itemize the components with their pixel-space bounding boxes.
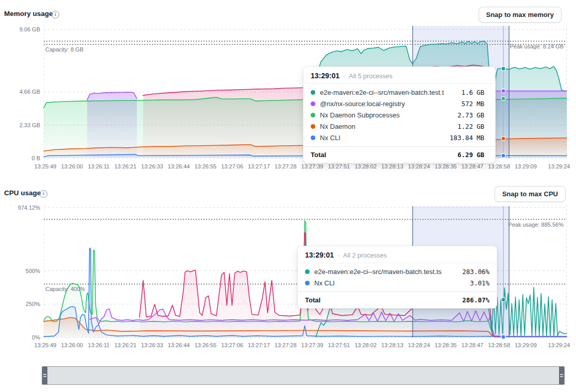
series-color-dot: [311, 124, 315, 129]
x-axis-tick-label: 13:27:06: [221, 342, 243, 348]
x-axis-tick-label: 13:26:00: [61, 342, 83, 348]
tooltip-row: Nx CLI183.84MB: [311, 132, 488, 143]
x-axis-tick-label: 13:27:28: [275, 342, 297, 348]
tooltip-header: 13:29:01 · All 5 processes: [303, 67, 495, 84]
y-axis-tick-label: 250%: [0, 301, 40, 307]
series-value: 2.73: [444, 111, 473, 119]
series-color-dot: [311, 135, 315, 140]
tooltip-row: Nx CLI3.01%: [305, 277, 489, 288]
tooltip-subtitle: All 2 processes: [343, 252, 387, 259]
cpu-info-icon[interactable]: i: [40, 190, 47, 198]
cpu-usage-title: CPU usage: [4, 189, 41, 197]
tooltip-total-unit: GB: [477, 151, 488, 159]
series-color-dot: [311, 113, 315, 117]
tooltip-rows: e2e-maven:e2e-ci--src/maven-batch.test.t…: [298, 263, 497, 292]
tooltip-subtitle: All 5 processes: [349, 73, 393, 80]
y-axis-tick-label: 0%: [0, 334, 40, 340]
x-axis-tick-label: 13:27:51: [328, 163, 350, 169]
x-axis-tick-label: 13:28:13: [381, 342, 403, 348]
x-axis-tick-label: 13:27:28: [275, 163, 297, 169]
x-axis-tick-label: 13:28:47: [461, 342, 483, 348]
series-unit: GB: [477, 89, 488, 96]
series-color-dot: [305, 281, 310, 285]
brush-grip-icon: [560, 374, 563, 375]
snap-to-max-memory-button[interactable]: Snap to max memory: [479, 7, 562, 23]
series-value: 3.01: [456, 279, 485, 287]
series-unit: MB: [477, 134, 488, 142]
x-axis-tick-label: 13:27:39: [301, 163, 324, 169]
x-axis-tick-label: 13:29:24: [548, 342, 570, 348]
brush-grip-icon: [43, 374, 46, 375]
tooltip-row: e2e-maven:e2e-ci--src/maven-batch.test.t…: [305, 266, 489, 277]
crosshair-point: [501, 89, 505, 93]
series-value: 1.22: [444, 123, 473, 130]
tooltip-total-unit: %: [485, 296, 489, 304]
x-axis-tick-label: 13:28:02: [354, 163, 377, 169]
x-axis-tick-label: 13:26:33: [141, 342, 163, 348]
tooltip-header: 13:29:01 · All 2 processes: [298, 246, 497, 263]
x-axis-tick-label: 13:26:44: [168, 342, 190, 348]
brush-handle-right[interactable]: [559, 367, 564, 384]
capacity-label: Capacity: 400%: [45, 286, 85, 292]
tooltip-row: Nx Daemon1.22GB: [311, 121, 488, 132]
tooltip-row: e2e-maven:e2e-ci--src/maven-batch.test.t…: [311, 87, 488, 98]
memory-usage-title: Memory usage: [4, 10, 53, 18]
x-axis-tick-label: 13:25:49: [35, 342, 57, 348]
x-axis-tick-label: 13:27:39: [301, 342, 324, 348]
series-unit: GB: [477, 111, 488, 119]
x-axis-tick-label: 13:27:06: [221, 163, 243, 169]
crosshair-point: [501, 335, 505, 339]
x-axis-tick-label: 13:28:02: [354, 342, 377, 348]
series-value: 283.06: [456, 268, 485, 276]
x-axis-tick-label: 13:27:51: [328, 342, 350, 348]
series-unit: %: [485, 268, 489, 276]
series-name: Nx Daemon: [320, 123, 444, 130]
crosshair-point: [501, 154, 505, 158]
series-value: 572: [444, 100, 473, 108]
x-axis-tick-label: 13:25:49: [35, 163, 57, 169]
crosshair-point: [501, 137, 505, 141]
x-axis-tick-label: 13:26:44: [168, 163, 190, 169]
x-axis-tick-label: 13:28:58: [488, 163, 510, 169]
x-axis-tick-label: 13:28:35: [435, 163, 457, 169]
x-axis-tick-label: 13:28:58: [488, 342, 510, 348]
tooltip-total-label: Total: [311, 151, 444, 159]
series-name: Nx Daemon Subprocesses: [320, 111, 444, 119]
tooltip-separator: ·: [343, 73, 345, 80]
tooltip-total-label: Total: [305, 296, 456, 304]
resource-usage-page: Memory usage i Snap to max memory 13:29:…: [0, 0, 576, 392]
tooltip-total-row: Total 286.07 %: [298, 292, 497, 308]
series-name: @nx/nx-source:local-registry: [320, 100, 444, 108]
y-axis-tick-label: 2.33 GB: [0, 122, 40, 128]
brush-handle-left[interactable]: [42, 367, 47, 384]
memory-info-icon[interactable]: i: [52, 11, 59, 19]
x-axis-tick-label: 13:26:21: [114, 163, 137, 169]
x-axis-tick-label: 13:26:11: [88, 163, 110, 169]
capacity-label: Capacity: 8 GB: [45, 46, 83, 53]
peak-usage-label: Peak usage: 8.24 GB: [510, 43, 564, 49]
peak-usage-label: Peak usage: 885.56%: [508, 221, 564, 228]
snap-to-max-cpu-button[interactable]: Snap to max CPU: [495, 186, 566, 202]
tooltip-total-row: Total 6.29 GB: [303, 146, 495, 163]
time-range-brush[interactable]: [42, 366, 565, 385]
x-axis-tick-label: 13:28:13: [381, 163, 403, 169]
series-unit: %: [485, 279, 489, 287]
series-name: Nx CLI: [320, 134, 444, 142]
x-axis-tick-label: 13:26:11: [88, 342, 110, 348]
tooltip-separator: ·: [337, 252, 340, 259]
y-axis-tick-label: 4.66 GB: [0, 89, 40, 95]
tooltip-time: 13:29:01: [305, 251, 334, 259]
x-axis-tick-label: 13:28:24: [408, 342, 430, 348]
x-axis-tick-label: 13:29:24: [548, 163, 570, 169]
series-unit: GB: [477, 123, 488, 130]
y-axis-tick-label: 9.06 GB: [0, 26, 40, 32]
tooltip-total-value: 6.29: [444, 151, 473, 159]
series-value: 183.84: [444, 134, 473, 142]
x-axis-tick-label: 13:28:35: [435, 342, 457, 348]
series-name: e2e-maven:e2e-ci--src/maven-batch.test.t…: [320, 89, 444, 96]
memory-tooltip: 13:29:01 · All 5 processes e2e-maven:e2e…: [303, 66, 496, 163]
tooltip-total-value: 286.07: [456, 296, 485, 304]
series-color-dot: [305, 269, 310, 274]
brush-track[interactable]: [47, 367, 559, 384]
x-axis-tick-label: 13:26:55: [194, 342, 216, 348]
